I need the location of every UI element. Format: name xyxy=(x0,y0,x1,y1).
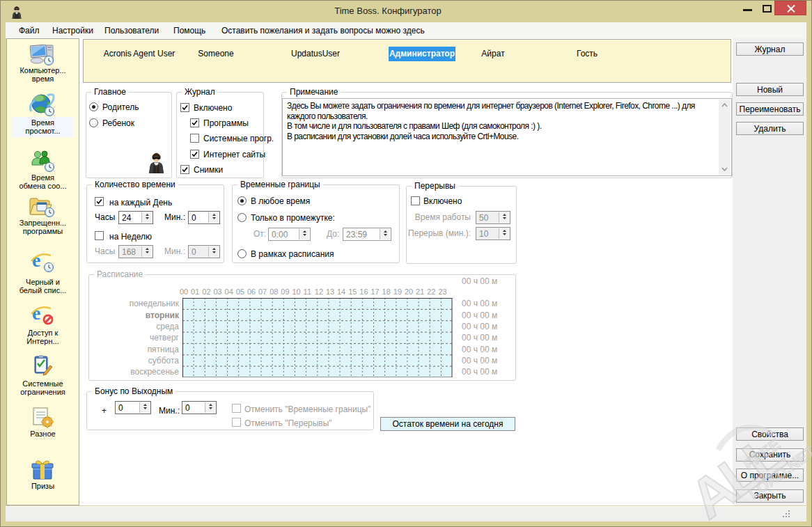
svg-text:e: e xyxy=(32,250,40,271)
